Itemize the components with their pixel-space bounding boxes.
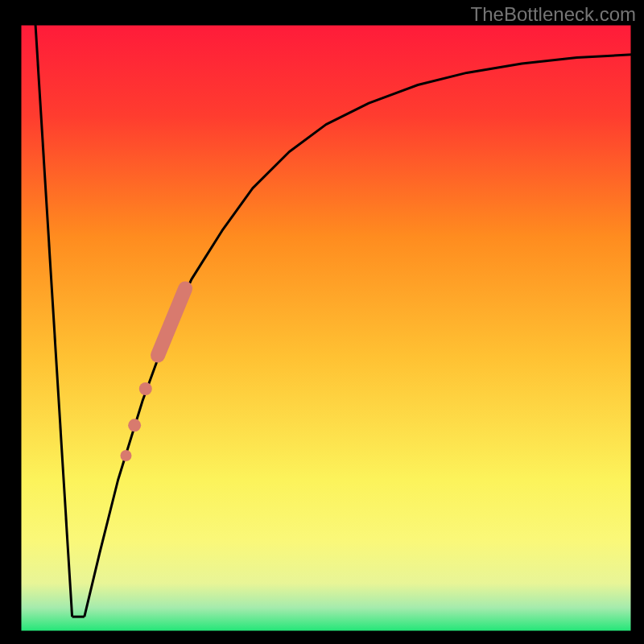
annotation-dot-1 (128, 419, 141, 431)
chart-container: TheBottleneck.com (0, 0, 644, 644)
bottleneck-chart (0, 0, 644, 644)
watermark-text: TheBottleneck.com (471, 3, 636, 26)
annotation-dot-2 (120, 450, 131, 461)
annotation-dot-0 (139, 382, 152, 395)
chart-gradient-background (20, 24, 632, 632)
